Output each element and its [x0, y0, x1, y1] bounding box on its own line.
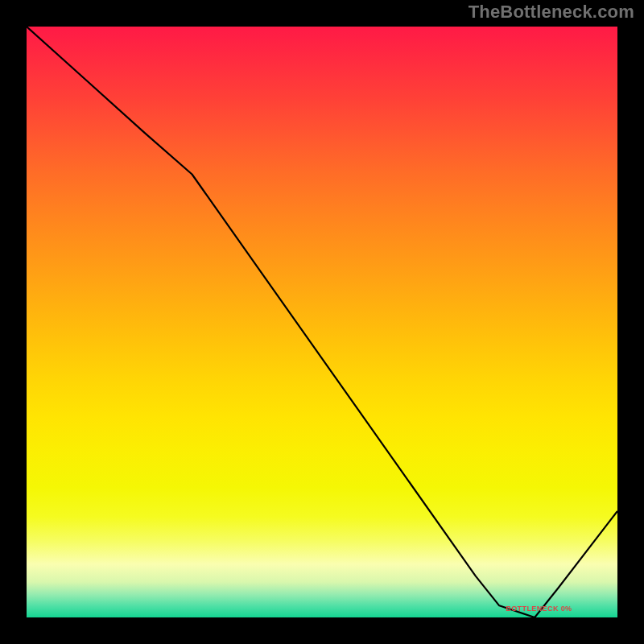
- bottleneck-curve-path: [27, 27, 617, 617]
- plot-area: BOTTLENECK 0%: [24, 24, 620, 620]
- watermark-text: TheBottleneck.com: [469, 2, 634, 23]
- line-chart-svg: [27, 27, 617, 617]
- bottleneck-zero-label: BOTTLENECK 0%: [506, 605, 572, 613]
- chart-stage: TheBottleneck.com BOTTLENECK 0%: [0, 0, 644, 644]
